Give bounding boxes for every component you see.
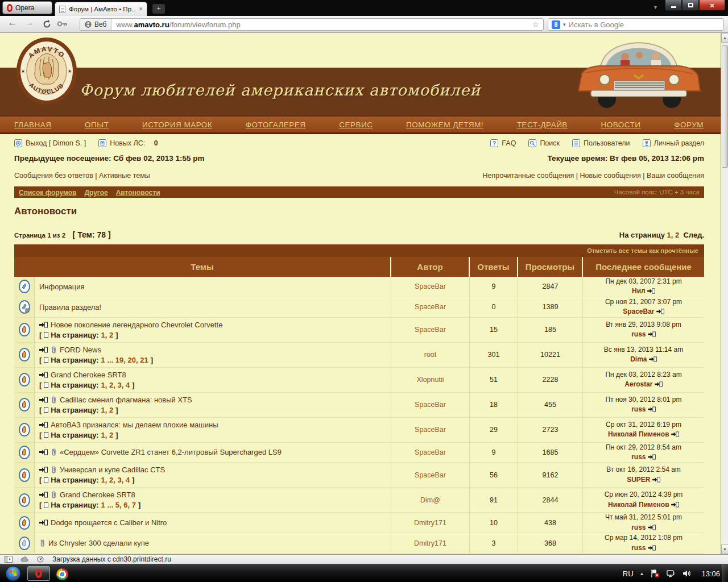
userbar-link[interactable]: Личный раздел <box>643 139 704 147</box>
author-link[interactable]: Dmitry171 <box>414 519 446 527</box>
lastpost-user-link[interactable]: russ <box>631 330 646 338</box>
author-link[interactable]: Xlopnutii <box>417 376 444 384</box>
opera-turbo-icon[interactable] <box>36 556 44 563</box>
quicklink[interactable]: Ваши сообщения <box>641 172 704 180</box>
start-button[interactable] <box>5 566 21 581</box>
topic-title-link[interactable]: Правила раздела! <box>39 303 101 311</box>
back-button[interactable]: ← <box>8 18 17 28</box>
lastpost-user-link[interactable]: Aerostar <box>624 380 652 388</box>
search-box[interactable]: 8 ▾ Искать в Google <box>548 18 724 31</box>
clock[interactable]: 13:06 <box>701 569 720 578</box>
topic-title-link[interactable]: Из Chrysler 300 сделали купе <box>48 539 149 547</box>
topic-page-links[interactable]: 1, 2, 3, 4 <box>101 476 130 484</box>
lastpost-user-link[interactable]: SpaceBar <box>623 307 654 315</box>
lastpost-user-link[interactable]: Николай Пименов <box>608 501 669 509</box>
web-badge[interactable]: Веб <box>80 19 111 30</box>
show-desktop-button[interactable] <box>722 564 728 582</box>
lastpost-user-link[interactable]: SUPER <box>627 476 650 484</box>
nav-item[interactable]: ФОРУМ <box>674 119 704 130</box>
language-indicator[interactable]: RU <box>623 569 634 578</box>
goto-lastpost-icon[interactable] <box>649 356 657 362</box>
nav-item[interactable]: ИСТОРИЯ МАРОК <box>142 119 212 130</box>
goto-lastpost-icon[interactable] <box>671 431 679 437</box>
topic-title-link[interactable]: Универсал и купе Cadillac CTS <box>60 465 165 474</box>
goto-lastpost-icon[interactable] <box>648 545 656 551</box>
forward-button[interactable]: → <box>25 18 34 28</box>
topic-title-link[interactable]: «Сердцем» Corvette ZR1 станет 6,2-литров… <box>60 448 282 456</box>
action-center-flag-icon[interactable] <box>650 569 660 578</box>
breadcrumb-link[interactable]: Список форумов <box>19 189 76 197</box>
quicklink[interactable]: Новые сообщения <box>574 172 640 180</box>
nav-item[interactable]: ФОТОГАЛЕРЕЯ <box>246 119 306 130</box>
goto-lastpost-icon[interactable] <box>656 309 664 314</box>
lastpost-user-link[interactable]: Нил <box>632 287 646 295</box>
tab-close-icon[interactable]: × <box>139 5 143 13</box>
author-link[interactable]: Dim@ <box>420 496 440 504</box>
goto-unread-icon[interactable] <box>39 449 48 455</box>
goto-lastpost-icon[interactable] <box>648 525 656 530</box>
pagination-pages[interactable]: 1, 2 <box>667 231 680 239</box>
nav-item[interactable]: ПОМОЖЕМ ДЕТЯМ! <box>406 119 483 130</box>
scrollbar[interactable]: ▲ ▼ <box>721 33 728 554</box>
goto-unread-icon[interactable] <box>39 347 48 353</box>
nav-item[interactable]: ТЕСТ-ДРАЙВ <box>517 119 568 130</box>
userbar-link[interactable]: Пользователи <box>572 139 630 147</box>
panel-toggle-icon[interactable] <box>5 556 13 563</box>
goto-unread-icon[interactable] <box>39 372 48 378</box>
browser-tab[interactable]: Форум | АмАвто • Пр... × <box>55 2 147 16</box>
goto-lastpost-icon[interactable] <box>648 406 656 412</box>
topic-title-link[interactable]: АвтоВАЗ признался: мы делаем плохие маши… <box>51 421 218 429</box>
private-messages-link[interactable]: Новых ЛС: 0 <box>98 139 158 147</box>
minimize-button[interactable] <box>665 0 682 11</box>
goto-lastpost-icon[interactable] <box>648 454 656 460</box>
url-text[interactable]: www.amavto.ru/forum/viewforum.php <box>111 20 528 29</box>
address-bar[interactable]: Веб www.amavto.ru/forum/viewforum.php ☆ <box>80 18 544 31</box>
nav-item[interactable]: ГЛАВНАЯ <box>14 119 51 130</box>
goto-unread-icon[interactable] <box>39 492 48 498</box>
author-link[interactable]: SpaceBar <box>415 282 446 290</box>
scroll-down-arrow[interactable]: ▼ <box>721 544 728 554</box>
userbar-link[interactable]: Поиск <box>528 139 560 147</box>
topic-page-links[interactable]: 1 ... 5, 6, 7 <box>101 501 136 509</box>
search-engine-chevron-icon[interactable]: ▾ <box>563 22 566 27</box>
logout-link[interactable]: Выход [ Dimon S. ] <box>14 139 86 147</box>
author-link[interactable]: Dmitry171 <box>414 539 446 547</box>
scroll-up-arrow[interactable]: ▲ <box>721 33 728 43</box>
nav-item[interactable]: СЕРВИС <box>339 119 373 130</box>
network-icon[interactable] <box>666 569 676 578</box>
author-link[interactable]: SpaceBar <box>415 326 446 334</box>
topic-title-link[interactable]: FORD News <box>60 346 101 354</box>
author-link[interactable]: root <box>424 351 437 359</box>
lastpost-user-link[interactable]: Dima <box>630 355 647 363</box>
author-link[interactable]: SpaceBar <box>415 471 446 479</box>
topic-page-links[interactable]: 1, 2 <box>101 331 114 339</box>
taskbar-opera-button[interactable] <box>27 566 50 581</box>
scroll-thumb[interactable] <box>722 45 728 168</box>
author-link[interactable]: SpaceBar <box>415 448 446 456</box>
close-button[interactable]: × <box>699 0 725 11</box>
topic-page-links[interactable]: 1, 2, 3, 4 <box>101 381 130 389</box>
google-icon[interactable]: 8 <box>552 20 560 29</box>
goto-unread-icon[interactable] <box>39 322 48 328</box>
goto-unread-icon[interactable] <box>39 397 48 403</box>
topic-title-link[interactable]: Новое поколение легендарного Chevrolet C… <box>51 321 222 329</box>
volume-icon[interactable] <box>682 569 692 578</box>
quicklink[interactable]: Активные темы <box>93 172 150 180</box>
opera-link-cloud-icon[interactable] <box>20 556 28 563</box>
topic-title-link[interactable]: Grand Cherokee SRT8 <box>51 371 126 379</box>
quicklink[interactable]: Непрочитанные сообщения <box>483 172 574 180</box>
author-link[interactable]: SpaceBar <box>415 303 446 311</box>
pagination-next[interactable]: След. <box>683 231 704 239</box>
opera-menu-button[interactable]: Opera <box>2 1 52 14</box>
taskbar-chrome-button[interactable] <box>56 568 68 580</box>
userbar-link[interactable]: ? FAQ <box>490 139 516 147</box>
goto-lastpost-icon[interactable] <box>648 331 656 337</box>
lastpost-user-link[interactable]: russ <box>631 544 646 552</box>
reload-button[interactable] <box>42 19 52 29</box>
goto-lastpost-icon[interactable] <box>647 288 655 294</box>
hidden-icons-chevron[interactable]: ▲ <box>640 571 644 576</box>
maximize-button[interactable] <box>682 0 699 11</box>
author-link[interactable]: SpaceBar <box>415 426 446 434</box>
topic-page-links[interactable]: 1, 2 <box>101 406 114 414</box>
topic-title-link[interactable]: Dodge прощается с Caliber и Nitro <box>51 518 167 527</box>
